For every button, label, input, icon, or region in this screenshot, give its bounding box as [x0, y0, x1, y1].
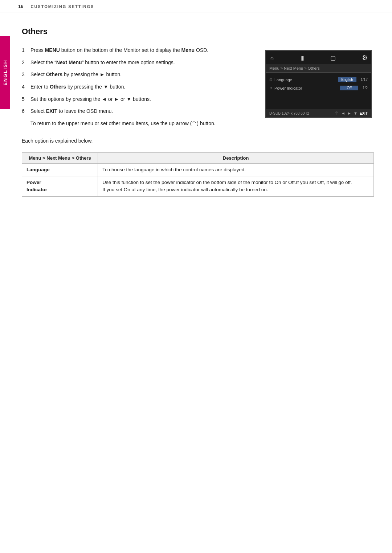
step-number-1: 1 [22, 46, 27, 54]
osd-language-label: Language [274, 78, 336, 82]
osd-mockup: ☼ ▮ ▢ ⚙ Menu > Next Menu > Others ⊡ Lang… [265, 50, 374, 118]
osd-language-icon: ⊡ [269, 78, 272, 82]
step-text-2: Select the “Next Menu” button to enter t… [30, 59, 175, 67]
osd-contrast-icon: ▮ [301, 54, 304, 61]
table-header-desc: Description [98, 152, 374, 163]
page-header: 16 CUSTOMIZING SETTINGS [0, 0, 392, 12]
osd-breadcrumb-text: Menu > Next Menu > Others [269, 66, 320, 70]
table-menu-language: Language [22, 163, 98, 176]
step-6: 6 Select EXIT to leave the OSD menu. [22, 107, 250, 115]
osd-left-btn: ◄ [341, 111, 345, 115]
step-4: 4 Enter to Others by pressing the ▼ butt… [22, 83, 250, 91]
osd-right-btn: ► [347, 111, 351, 115]
step-number-6: 6 [22, 107, 27, 115]
step-5: 5 Set the options by pressing the ◄ or ►… [22, 95, 250, 103]
table-desc-power-indicator: Use this function to set the power indic… [98, 176, 374, 197]
step-number-3: 3 [22, 71, 27, 79]
osd-item-power-indicator: ⊙ Power Indicator Off 1/2 [266, 84, 371, 92]
step-number-2: 2 [22, 59, 27, 67]
step-number-5: 5 [22, 95, 27, 103]
step-text-1: Press MENU button on the bottom of the M… [30, 46, 208, 54]
step-number-4: 4 [22, 83, 27, 91]
osd-language-count: 1/17 [361, 78, 368, 82]
osd-power-icon: ⊙ [269, 86, 272, 90]
osd-display-icon: ▢ [330, 54, 336, 61]
step-text-3: Select Others by pressing the ► button. [30, 71, 122, 79]
osd-language-value: English [338, 77, 356, 82]
osd-resolution: D-SUB 1024 x 768 60Hz [269, 111, 309, 115]
osd-box: ☼ ▮ ▢ ⚙ Menu > Next Menu > Others ⊡ Lang… [265, 50, 372, 118]
step-2: 2 Select the “Next Menu” button to enter… [22, 59, 250, 67]
sub-note: To return to the upper menu or set other… [30, 120, 250, 128]
sidebar-english-label: ENGLISH [0, 36, 10, 109]
osd-top-icons: ☼ ▮ ▢ ⚙ [266, 51, 371, 64]
osd-power-value: Off [340, 86, 358, 90]
osd-settings-icon: ⚙ [362, 54, 368, 62]
table-header-menu: Menu > Next Menu > Others [22, 152, 98, 163]
osd-item-language: ⊡ Language English 1/17 [266, 75, 371, 84]
osd-brightness-icon: ☼ [269, 54, 275, 61]
header-title: CUSTOMIZING SETTINGS [30, 4, 94, 9]
page-number: 16 [18, 4, 23, 9]
each-option-note: Each option is explained below. [22, 138, 374, 144]
osd-breadcrumb: Menu > Next Menu > Others [266, 64, 371, 73]
step-3: 3 Select Others by pressing the ► button… [22, 71, 250, 79]
osd-exit-label[interactable]: EXIT [360, 111, 368, 115]
table-desc-language: To choose the language in which the cont… [98, 163, 374, 176]
main-content: Others 1 Press MENU button on the bottom… [0, 12, 392, 208]
instructions-column: 1 Press MENU button on the bottom of the… [22, 46, 250, 131]
table-menu-power-indicator: PowerIndicator [22, 176, 98, 197]
step-text-4: Enter to Others by pressing the ▼ button… [30, 83, 125, 91]
section-title: Others [22, 27, 374, 36]
osd-up-btn: 🡡 [335, 111, 339, 115]
step-1: 1 Press MENU button on the bottom of the… [22, 46, 250, 54]
table-row-power-indicator: PowerIndicator Use this function to set … [22, 176, 374, 197]
osd-down-btn: ▼ [354, 111, 358, 115]
two-column-layout: 1 Press MENU button on the bottom of the… [22, 46, 374, 131]
osd-power-count: 1/2 [363, 86, 368, 90]
step-text-6: Select EXIT to leave the OSD menu. [30, 107, 113, 115]
table-row-language: Language To choose the language in which… [22, 163, 374, 176]
osd-menu-items: ⊡ Language English 1/17 ⊙ Power Indicato… [266, 73, 371, 109]
options-table: Menu > Next Menu > Others Description La… [22, 152, 374, 197]
osd-footer: D-SUB 1024 x 768 60Hz 🡡 ◄ ► ▼ EXIT [266, 109, 371, 117]
osd-nav-buttons: 🡡 ◄ ► ▼ EXIT [335, 111, 368, 115]
osd-power-label: Power Indicator [274, 86, 338, 90]
step-text-5: Set the options by pressing the ◄ or ► o… [30, 95, 151, 103]
